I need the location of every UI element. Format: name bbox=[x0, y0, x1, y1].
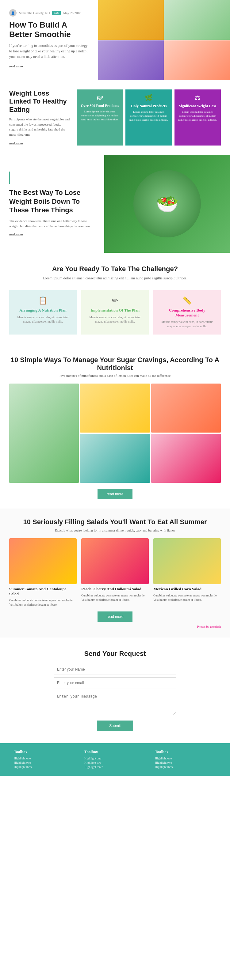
hero-tag: FAQ bbox=[52, 11, 61, 15]
salad-card-3: Mexican Grilled Corn Salad Curabitur vul… bbox=[153, 538, 221, 607]
salad-title-1: Summer Tomato And Cantaloupe Salad bbox=[9, 587, 77, 597]
salads-read-more-button[interactable]: read more bbox=[97, 611, 133, 622]
banner-left: The Best Way To Lose Weight Boils Down T… bbox=[0, 155, 104, 253]
sugar-section: 10 Simple Ways To Manage Your Sugar Crav… bbox=[0, 347, 230, 509]
footer-link-1-3[interactable]: Highlight three bbox=[14, 765, 75, 768]
footer-link-3-1[interactable]: Highlight one bbox=[155, 757, 216, 760]
feature-cards: 🍽 Over 300 Food Products Lorem ipsum dol… bbox=[77, 89, 221, 145]
hero-image-3 bbox=[98, 40, 164, 80]
hero-description: If you're turning to smoothies as part o… bbox=[9, 43, 89, 59]
photos-credit-link[interactable]: unsplash bbox=[210, 625, 221, 628]
salad-desc-1: Curabitur vulputate consectetur augue no… bbox=[9, 598, 77, 607]
banner-read-more[interactable]: read more bbox=[9, 232, 95, 236]
salad-image-2 bbox=[81, 538, 149, 584]
challenge-card-3: 📏 Comprehensive Body Measurement Mauris … bbox=[153, 290, 221, 334]
weight-desc: Participants who ate the most vegetables… bbox=[9, 117, 70, 137]
feature-card-1: 🍽 Over 300 Food Products Lorem ipsum dol… bbox=[77, 89, 123, 145]
message-input[interactable] bbox=[54, 691, 176, 715]
salad-desc-2: Curabitur vulputate consectetur augue no… bbox=[81, 593, 149, 602]
footer-link-3-2[interactable]: Highlight two bbox=[155, 761, 216, 764]
banner-desc: The evidence shows that there isn't one … bbox=[9, 218, 95, 229]
salads-subtitle: Exactly what you're looking for in a sum… bbox=[9, 528, 221, 532]
feature-desc-1: Lorem ipsum dolor sit amet, consectetur … bbox=[80, 110, 119, 121]
footer-title-3: Toolbox bbox=[155, 749, 216, 754]
plate-visual: 🥗 bbox=[133, 170, 201, 237]
feature-title-1: Over 300 Food Products bbox=[80, 103, 119, 108]
footer-col-1: Toolbox Highlight one Highlight two High… bbox=[9, 749, 80, 770]
hero-image-1 bbox=[98, 0, 164, 40]
salad-title-3: Mexican Grilled Corn Salad bbox=[153, 587, 221, 592]
feature-desc-2: Lorem ipsum dolor sit amet, consectetur … bbox=[129, 110, 168, 122]
photo-1 bbox=[9, 383, 79, 483]
footer-col-2: Toolbox Highlight one Highlight two High… bbox=[80, 749, 150, 770]
banner-bg: 🥗 bbox=[104, 155, 230, 253]
weight-text: Weight Loss Linked To Healthy Eating Par… bbox=[9, 89, 70, 145]
challenge-desc-2: Mauris semper auctor orbs, ut consectetu… bbox=[86, 315, 144, 324]
sugar-read-more-button[interactable]: read more bbox=[97, 489, 133, 500]
weight-read-more[interactable]: read more bbox=[9, 141, 23, 145]
name-input[interactable] bbox=[54, 664, 176, 675]
salad-card-2: Peach, Cherry And Halloumi Salad Curabit… bbox=[81, 538, 149, 607]
challenge-section: Are You Ready To Take The Challenge? Lor… bbox=[0, 253, 230, 347]
hero-section: 👤 Samantha Cassety, RD FAQ May 26 2018 H… bbox=[0, 0, 230, 80]
hero-title: How To Build A Better Smoothie bbox=[9, 20, 89, 39]
salad-title-2: Peach, Cherry And Halloumi Salad bbox=[81, 587, 149, 592]
footer-link-1-1[interactable]: Highlight one bbox=[14, 757, 75, 760]
challenge-title-1: Arranging A Nutrition Plan bbox=[14, 308, 72, 313]
challenge-desc-3: Mauris semper auctor orbs, ut consectetu… bbox=[158, 320, 216, 328]
challenge-icon-2: ✏ bbox=[86, 296, 144, 305]
salad-image-1 bbox=[9, 538, 77, 584]
footer-link-3-3[interactable]: Highlight three bbox=[155, 765, 216, 768]
challenge-title: Are You Ready To Take The Challenge? bbox=[9, 265, 221, 273]
challenge-icon-1: 📋 bbox=[14, 296, 72, 305]
photo-grid bbox=[9, 383, 221, 483]
challenge-title-2: Implementation Of The Plan bbox=[86, 308, 144, 313]
challenge-subtitle: Lorem ipsum dolor sit amet, consectetur … bbox=[9, 275, 221, 281]
hero-image-4 bbox=[165, 40, 230, 80]
challenge-icon-3: 📏 bbox=[158, 296, 216, 305]
feature-desc-3: Lorem ipsum dolor sit amet, consectetur … bbox=[178, 110, 217, 122]
email-input[interactable] bbox=[54, 677, 176, 688]
sugar-subtitle: Five minutes of mindfulness and a dash o… bbox=[9, 374, 221, 377]
footer-title-1: Toolbox bbox=[14, 749, 75, 754]
salads-section: 10 Seriously Filling Salads You'll Want … bbox=[0, 509, 230, 638]
footer-link-2-2[interactable]: Highlight two bbox=[84, 761, 146, 764]
hero-image-2 bbox=[165, 0, 230, 40]
submit-button[interactable]: Submit bbox=[97, 721, 133, 731]
salad-image-3 bbox=[153, 538, 221, 584]
salads-grid: Summer Tomato And Cantaloupe Salad Curab… bbox=[9, 538, 221, 607]
contact-title: Send Your Request bbox=[9, 650, 221, 658]
hero-read-more[interactable]: read more bbox=[9, 64, 23, 68]
salads-title: 10 Seriously Filling Salads You'll Want … bbox=[9, 518, 221, 527]
footer: Toolbox Highlight one Highlight two High… bbox=[0, 743, 230, 776]
hero-text-block: 👤 Samantha Cassety, RD FAQ May 26 2018 H… bbox=[0, 0, 98, 80]
contact-section: Send Your Request Submit bbox=[0, 638, 230, 743]
footer-link-2-3[interactable]: Highlight three bbox=[84, 765, 146, 768]
challenge-title-3: Comprehensive Body Measurement bbox=[158, 308, 216, 317]
feature-title-2: Only Natural Products bbox=[129, 104, 168, 108]
footer-link-2-1[interactable]: Highlight one bbox=[84, 757, 146, 760]
salad-card-1: Summer Tomato And Cantaloupe Salad Curab… bbox=[9, 538, 77, 607]
footer-link-1-2[interactable]: Highlight two bbox=[14, 761, 75, 764]
challenge-card-1: 📋 Arranging A Nutrition Plan Mauris semp… bbox=[9, 290, 77, 334]
weight-title: Weight Loss Linked To Healthy Eating bbox=[9, 89, 70, 114]
challenge-desc-1: Mauris semper auctor orbs, ut consectetu… bbox=[14, 315, 72, 324]
photos-credit-text: Photos by bbox=[197, 625, 209, 628]
banner-section: The Best Way To Lose Weight Boils Down T… bbox=[0, 155, 230, 253]
feature-card-2: 🌿 Only Natural Products Lorem ipsum dolo… bbox=[125, 89, 172, 145]
photo-4 bbox=[80, 434, 150, 483]
banner-title: The Best Way To Lose Weight Boils Down T… bbox=[9, 188, 95, 215]
photo-2 bbox=[80, 383, 150, 433]
author-name: Samantha Cassety, RD bbox=[19, 11, 50, 15]
challenge-cards: 📋 Arranging A Nutrition Plan Mauris semp… bbox=[9, 290, 221, 334]
footer-title-2: Toolbox bbox=[84, 749, 146, 754]
salad-desc-3: Curabitur vulputate consectetur augue no… bbox=[153, 593, 221, 602]
feature-icon-1: 🍽 bbox=[80, 94, 119, 101]
feature-title-3: Significant Weight Loss bbox=[178, 104, 217, 108]
sugar-title: 10 Simple Ways To Manage Your Sugar Crav… bbox=[9, 356, 221, 372]
hero-meta: 👤 Samantha Cassety, RD FAQ May 26 2018 bbox=[9, 9, 89, 16]
contact-form: Submit bbox=[54, 664, 176, 731]
feature-icon-3: ⚖ bbox=[178, 94, 217, 102]
photo-5 bbox=[151, 434, 221, 483]
hero-images bbox=[98, 0, 230, 80]
